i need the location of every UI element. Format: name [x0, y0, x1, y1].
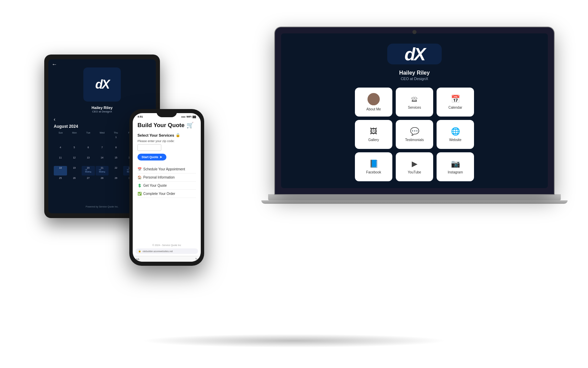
tablet-cal-mon: Mon [68, 132, 82, 134]
phone-zip-label: Please enter your zip code: [137, 139, 196, 143]
table-row[interactable]: 13 [82, 156, 95, 165]
laptop-screen-outer: dX Hailey Riley CEO at DesignX [275, 27, 554, 194]
laptop-services-icon: 🛎 [411, 95, 418, 104]
laptop-tile-about-label: About Me [366, 107, 381, 111]
laptop-tile-testimonials[interactable]: 💬 Testimonials [396, 120, 433, 149]
dollar-icon: 💲 [137, 184, 142, 187]
phone-step-complete-order[interactable]: ✅ Complete Your Order [137, 190, 196, 198]
laptop-tile-services-label: Services [408, 106, 421, 109]
laptop-tile-calendar-label: Calendar [448, 106, 462, 109]
table-row[interactable] [68, 135, 81, 145]
table-row[interactable]: 18 [54, 166, 67, 175]
laptop-logo-box: dX [387, 44, 442, 64]
laptop-tile-facebook-label: Facebook [366, 170, 381, 174]
phone-step-schedule[interactable]: 📅 Schedule Your Appointment [137, 165, 196, 173]
table-row[interactable]: 20UsMeeting [82, 166, 95, 175]
phone-status-icons: ●●● WiFi ▓▓ [181, 116, 196, 118]
laptop-youtube-icon: ▶ [412, 159, 418, 168]
home-icon: 🏠 [137, 175, 142, 179]
table-row[interactable]: 14 [96, 156, 109, 165]
laptop-notch [412, 30, 416, 34]
lock-icon: 🔒 [176, 133, 180, 137]
phone-step-schedule-label: Schedule Your Appointment [143, 167, 185, 171]
laptop-tile-calendar[interactable]: 📅 Calendar [437, 88, 474, 117]
laptop-user-name: Hailey Riley [399, 70, 430, 76]
phone-notch [157, 109, 177, 117]
tablet-prev-button[interactable]: ‹ [54, 117, 55, 122]
laptop-gallery-icon: 🖼 [370, 127, 377, 136]
laptop-tile-facebook[interactable]: 📘 Facebook [355, 152, 392, 181]
signal-icon: ●●● [181, 116, 185, 118]
phone-page-title: Build Your Quote 🛒 [137, 122, 196, 129]
device-shadow [141, 334, 447, 348]
laptop-tile-website[interactable]: 🌐 Website [437, 120, 474, 149]
table-row[interactable] [54, 135, 67, 145]
table-row[interactable]: 19 [68, 166, 81, 175]
phone-step-personal-info[interactable]: 🏠 Personal Information [137, 173, 196, 182]
laptop-base [268, 194, 561, 200]
table-row[interactable]: 25 [54, 176, 67, 186]
phone-reload-icon[interactable]: ↻ [195, 258, 197, 260]
table-row[interactable]: 4 [54, 145, 67, 155]
laptop-avatar-icon [368, 93, 380, 105]
laptop-user-title: CEO at DesignX [401, 77, 428, 81]
schedule-icon: 📅 [137, 167, 142, 171]
laptop-tile-youtube-label: YouTube [408, 170, 421, 174]
tablet-logo-box: dX [83, 67, 121, 102]
tablet-cal-tue: Tue [81, 132, 95, 134]
phone-step-get-quote[interactable]: 💲 Get Your Quote [137, 182, 196, 190]
phone-screen: 4:51 ●●● WiFi ▓▓ Build Your Quote 🛒 Sele… [133, 113, 201, 262]
laptop-tile-gallery-label: Gallery [368, 138, 379, 142]
table-row[interactable]: 15 [109, 156, 122, 165]
table-row[interactable]: 11 [54, 156, 67, 165]
phone-url-bar: 🔒 otebuilder.azurewebsites.net [135, 248, 198, 254]
phone-content: Build Your Quote 🛒 Select Your Services … [133, 118, 201, 243]
laptop-website-icon: 🌐 [451, 127, 460, 136]
table-row[interactable]: 29 [109, 176, 122, 186]
battery-icon: ▓▓ [193, 116, 196, 118]
laptop-tile-services[interactable]: 🛎 Services [396, 88, 433, 117]
laptop-calendar-icon: 📅 [451, 95, 460, 104]
tablet-logo-text: dX [95, 77, 109, 92]
table-row[interactable] [96, 135, 109, 145]
laptop-tile-youtube[interactable]: ▶ YouTube [396, 152, 433, 181]
laptop-tile-instagram[interactable]: 📷 Instagram [437, 152, 474, 181]
laptop-screen-inner: dX Hailey Riley CEO at DesignX [281, 33, 548, 188]
check-icon: ✅ [137, 192, 142, 196]
phone-select-services-label: Select Your Services 🔒 [137, 133, 196, 137]
table-row[interactable]: 27 [82, 176, 95, 186]
tablet-user-title: CEO at DesignX [92, 110, 112, 113]
table-row[interactable]: 12 [68, 156, 81, 165]
scene: dX Hailey Riley CEO at DesignX [0, 0, 588, 368]
phone-zip-input[interactable] [137, 144, 161, 151]
phone-aa-label[interactable]: AA [136, 258, 139, 260]
phone-url-text: otebuilder.azurewebsites.net [143, 250, 173, 252]
table-row[interactable]: 7 [96, 145, 109, 155]
table-row[interactable]: 6 [82, 145, 95, 155]
laptop-tile-gallery[interactable]: 🖼 Gallery [355, 120, 392, 149]
table-row[interactable] [82, 135, 95, 145]
laptop-tile-about[interactable]: About Me [355, 88, 392, 117]
table-row[interactable]: 21UsMeeting [96, 166, 109, 175]
laptop-logo-text: dX [405, 44, 424, 64]
wifi-icon: WiFi [186, 116, 192, 118]
table-row[interactable]: 8 [109, 145, 122, 155]
tablet-back-button[interactable]: ← [52, 61, 57, 67]
phone-time: 4:51 [137, 115, 143, 118]
lock-small-icon: 🔒 [138, 250, 141, 252]
laptop-tile-testimonials-label: Testimonials [405, 138, 424, 142]
laptop-body: dX Hailey Riley CEO at DesignX [275, 27, 554, 204]
table-row[interactable]: 28 [96, 176, 109, 186]
table-row[interactable]: 26 [68, 176, 81, 186]
laptop-foot [261, 200, 568, 204]
phone-start-quote-button[interactable]: Start Quote ➤ [137, 154, 166, 160]
table-row[interactable]: 5 [68, 145, 81, 155]
table-row[interactable]: 1 [109, 135, 122, 145]
table-row[interactable]: 22 [109, 166, 122, 175]
svg-point-1 [370, 101, 378, 105]
phone-step-order-label: Complete Your Order [143, 192, 175, 196]
arrow-icon: ➤ [160, 155, 162, 159]
phone-device: 4:51 ●●● WiFi ▓▓ Build Your Quote 🛒 Sele… [129, 109, 204, 266]
phone-step-quote-label: Get Your Quote [143, 184, 167, 187]
laptop-tile-instagram-label: Instagram [448, 170, 463, 174]
